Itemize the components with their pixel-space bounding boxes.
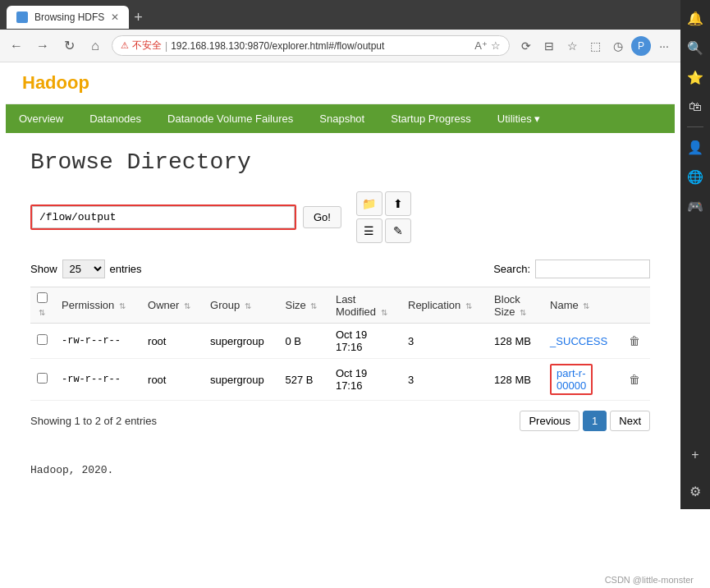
nav-overview[interactable]: Overview <box>6 104 76 133</box>
footer-text: Hadoop, 2020. <box>30 464 113 476</box>
edge-divider <box>687 126 703 127</box>
row2-owner: root <box>141 359 204 401</box>
edge-sidebar: 🔔 🔍 ⭐ 🛍 👤 🌐 🎮 + ⚙ <box>680 0 710 509</box>
address-text: 192.168.198.130:9870/explorer.html#/flow… <box>171 40 471 52</box>
row2-last-modified: Oct 1917:16 <box>329 359 401 401</box>
read-mode-icon[interactable]: A⁺ <box>474 39 488 52</box>
split-view-btn[interactable]: ⊟ <box>539 36 559 56</box>
nav-utilities[interactable]: Utilities ▾ <box>484 104 554 133</box>
row2-block-size: 128 MB <box>488 359 543 401</box>
th-name[interactable]: Name ⇅ <box>543 287 622 324</box>
upload-btn[interactable]: ⬆ <box>385 191 411 216</box>
forward-button[interactable]: → <box>33 36 53 56</box>
previous-button[interactable]: Previous <box>520 411 579 431</box>
row1-owner: root <box>141 324 204 359</box>
hadoop-app: Hadoop Overview Datanodes Datanode Volum… <box>6 62 675 509</box>
page-footer: Hadoop, 2020. <box>30 464 650 493</box>
favorites-btn[interactable]: ☆ <box>562 36 582 56</box>
path-section: Go! 📁 ⬆ ☰ ✎ <box>30 191 650 243</box>
nav-startup-progress[interactable]: Startup Progress <box>378 104 484 133</box>
row1-delete-btn[interactable]: 🗑 <box>629 334 640 347</box>
go-button[interactable]: Go! <box>303 206 341 228</box>
th-actions <box>622 287 650 324</box>
sort-icon: ⇅ <box>39 308 45 317</box>
nav-datanode-volume-failures[interactable]: Datanode Volume Failures <box>154 104 306 133</box>
table-row: -rw-r--r-- root supergroup 527 B Oct 191… <box>30 359 650 401</box>
edge-search-btn[interactable]: 🔍 <box>684 36 707 59</box>
row1-group: supergroup <box>204 324 278 359</box>
collections-btn[interactable]: ⬚ <box>585 36 605 56</box>
show-label: Show <box>30 263 57 275</box>
tab-bar: Browsing HDFS ✕ + <box>0 0 680 30</box>
next-button[interactable]: Next <box>610 411 650 431</box>
th-owner[interactable]: Owner ⇅ <box>141 287 204 324</box>
row2-name-link[interactable]: part-r-00000 <box>550 364 593 395</box>
edge-translate-btn[interactable]: 🌐 <box>684 165 707 188</box>
edge-add-btn[interactable]: + <box>684 443 707 466</box>
page-title: Browse Directory <box>30 149 650 175</box>
page-content: Browse Directory Go! 📁 ⬆ ☰ ✎ <box>6 133 675 509</box>
row2-delete-cell: 🗑 <box>622 359 650 401</box>
search-input[interactable] <box>535 260 650 278</box>
history-btn[interactable]: ◷ <box>608 36 628 56</box>
more-menu-btn[interactable]: ··· <box>654 36 674 56</box>
pagination-buttons: Previous 1 Next <box>520 411 650 431</box>
profile-avatar[interactable]: P <box>631 36 651 56</box>
select-all-checkbox[interactable] <box>37 292 48 303</box>
address-bar[interactable]: ⚠ 不安全 | 192.168.198.130:9870/explorer.ht… <box>112 35 510 56</box>
edge-bag-btn[interactable]: 🛍 <box>684 95 707 118</box>
extensions-btn[interactable]: ⟳ <box>516 36 536 56</box>
search-box: Search: <box>493 260 650 278</box>
file-table: ⇅ Permission ⇅ Owner ⇅ Group ⇅ Size ⇅ La… <box>30 287 650 401</box>
th-size[interactable]: Size ⇅ <box>279 287 329 324</box>
new-tab-button[interactable]: + <box>134 9 143 26</box>
th-permission[interactable]: Permission ⇅ <box>55 287 141 324</box>
edge-bell-btn[interactable]: 🔔 <box>684 7 707 30</box>
active-tab[interactable]: Browsing HDFS ✕ <box>7 6 129 29</box>
th-block-size[interactable]: BlockSize ⇅ <box>488 287 543 324</box>
pagination-section: Showing 1 to 2 of 2 entries Previous 1 N… <box>30 411 650 431</box>
edge-settings-btn[interactable]: ⚙ <box>684 480 707 503</box>
th-group[interactable]: Group ⇅ <box>204 287 278 324</box>
path-input[interactable] <box>32 206 295 228</box>
row1-name: _SUCCESS <box>543 324 622 359</box>
bookmark-icon[interactable]: ☆ <box>491 39 501 52</box>
row1-size: 0 B <box>279 324 329 359</box>
row1-last-modified: Oct 1917:16 <box>329 324 401 359</box>
list-view-btn[interactable]: ☰ <box>356 218 382 243</box>
address-separator: | <box>165 40 167 52</box>
row1-permission: -rw-r--r-- <box>55 324 141 359</box>
entries-label: entries <box>110 263 142 275</box>
edge-star-btn[interactable]: ⭐ <box>684 66 707 89</box>
refresh-button[interactable]: ↻ <box>59 36 79 56</box>
row2-checkbox[interactable] <box>37 373 48 384</box>
tab-title: Browsing HDFS <box>34 11 104 23</box>
hadoop-navigation: Overview Datanodes Datanode Volume Failu… <box>6 104 675 133</box>
edge-person-btn[interactable]: 👤 <box>684 136 707 158</box>
create-dir-btn[interactable]: ✎ <box>385 218 411 243</box>
row2-delete-btn[interactable]: 🗑 <box>629 373 640 386</box>
row1-replication: 3 <box>401 324 488 359</box>
th-replication[interactable]: Replication ⇅ <box>401 287 488 324</box>
browser-window: Browsing HDFS ✕ + ← → ↻ ⌂ ⚠ 不安全 | 192.16… <box>0 0 710 509</box>
entries-select[interactable]: 10 25 50 100 <box>62 260 105 278</box>
nav-utilities-dropdown[interactable]: Utilities ▾ <box>484 104 554 133</box>
hadoop-header: Hadoop <box>6 62 675 104</box>
open-folder-btn[interactable]: 📁 <box>356 191 382 216</box>
tab-close-btn[interactable]: ✕ <box>111 11 119 23</box>
row1-checkbox[interactable] <box>37 334 48 345</box>
row1-name-link[interactable]: _SUCCESS <box>550 335 607 347</box>
home-button[interactable]: ⌂ <box>85 36 105 56</box>
browser-main: Browsing HDFS ✕ + ← → ↻ ⌂ ⚠ 不安全 | 192.16… <box>0 0 680 509</box>
page-1-button[interactable]: 1 <box>583 411 607 431</box>
table-header-row: ⇅ Permission ⇅ Owner ⇅ Group ⇅ Size ⇅ La… <box>30 287 650 324</box>
security-warning-icon: ⚠ <box>121 40 129 51</box>
th-last-modified[interactable]: LastModified ⇅ <box>329 287 401 324</box>
browser-controls: ← → ↻ ⌂ ⚠ 不安全 | 192.168.198.130:9870/exp… <box>0 30 680 62</box>
back-button[interactable]: ← <box>7 36 26 56</box>
edge-game-btn[interactable]: 🎮 <box>684 195 707 218</box>
table-controls: Show 10 25 50 100 entries Search: <box>30 260 650 278</box>
nav-snapshot[interactable]: Snapshot <box>306 104 378 133</box>
row2-replication: 3 <box>401 359 488 401</box>
nav-datanodes[interactable]: Datanodes <box>76 104 154 133</box>
